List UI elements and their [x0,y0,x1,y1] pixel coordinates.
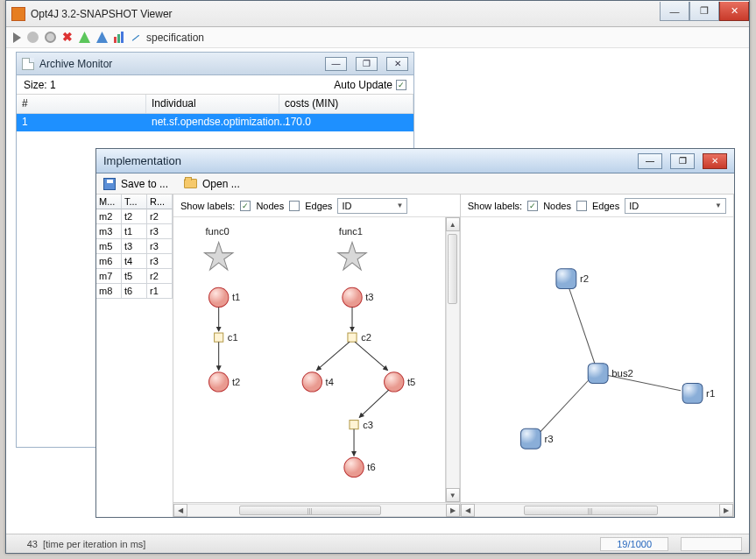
comm-node [215,333,223,342]
svg-text:t3: t3 [365,292,373,302]
svg-point-0 [209,287,229,307]
svg-point-15 [302,372,321,392]
id-select[interactable]: ID▼ [625,198,726,214]
archive-info-bar: Size: 1 Auto Update ✓ [17,75,413,95]
map-col-r[interactable]: R... [147,195,173,209]
iteration-time: 43 [13,539,38,549]
minimize-button[interactable]: — [660,2,689,21]
table-row[interactable]: m7t5r2 [96,269,173,284]
save-button[interactable]: Save to ... [121,178,168,190]
row-individual: net.sf.opendse.optimization... [146,114,279,131]
horizontal-scrollbar[interactable]: ◀▶ [173,502,460,517]
svg-text:r1: r1 [706,388,715,399]
mapping-table-header: M... T... R... [96,195,173,209]
impl-maximize-button[interactable]: ❐ [670,153,695,169]
resource-graph-panel: Show labels: ✓ Nodes Edges ID▼ [461,195,734,517]
id-select[interactable]: ID▼ [337,198,407,214]
close-button[interactable]: ✕ [719,2,749,21]
chevron-down-icon: ▼ [396,202,403,209]
svg-line-14 [355,342,388,371]
func0-label: func0 [205,226,229,237]
impl-minimize-button[interactable]: — [638,153,662,169]
task-node [302,372,321,392]
archive-close-button[interactable]: ✕ [386,57,408,71]
table-row[interactable]: 1 net.sf.opendse.optimization... 170.0 [17,114,413,131]
svg-rect-11 [348,333,357,342]
maximize-button[interactable]: ❐ [689,2,719,21]
svg-rect-28 [556,269,576,289]
task-node [209,372,229,392]
resource-node [556,269,576,289]
nodes-checkbox[interactable]: ✓ [240,201,251,211]
mapping-table: M... T... R... m2t2r2 m3t1r3 m5t3r3 m6t4… [96,195,173,517]
delete-icon[interactable]: ✖ [62,32,73,43]
table-row[interactable]: m3t1r3 [96,224,173,239]
table-row[interactable]: m5t3r3 [96,239,173,254]
svg-text:bus2: bus2 [611,368,633,379]
chart-icon[interactable] [114,32,124,43]
archive-size-label: Size: 1 [24,79,56,91]
specification-label[interactable]: specification [146,32,204,44]
map-col-m[interactable]: M... [96,195,122,209]
nodes-checkbox[interactable]: ✓ [527,201,538,211]
auto-update-label: Auto Update [334,79,392,91]
svg-rect-34 [520,428,541,449]
nodes-label: Nodes [543,201,571,211]
play-icon[interactable] [13,32,21,43]
task-graph-controls: Show labels: ✓ Nodes Edges ID▼ [173,195,460,217]
auto-update-checkbox[interactable]: ✓ [396,80,406,90]
resource-graph-canvas[interactable]: r2 bus2 r1 r3 [461,217,733,502]
user-blue-icon[interactable] [96,32,108,43]
resource-graph-controls: Show labels: ✓ Nodes Edges ID▼ [461,195,733,217]
table-row[interactable]: m6t4r3 [96,254,173,269]
star-icon [338,242,367,269]
svg-rect-20 [350,421,358,429]
svg-line-27 [538,378,590,434]
vertical-scrollbar[interactable]: ▲▼ [445,217,460,502]
user-green-icon[interactable] [79,32,90,43]
folder-icon [184,179,197,188]
row-cost: 170.0 [279,114,413,131]
task-graph-panel: Show labels: ✓ Nodes Edges ID▼ [173,195,461,517]
edges-label: Edges [592,201,619,211]
progress-counter: 19/1000 [600,537,668,551]
archive-table-header: # Individual costs (MIN) [17,95,413,114]
edges-checkbox[interactable] [289,201,300,211]
col-individual[interactable]: Individual [146,95,279,113]
stop-icon[interactable] [45,32,56,43]
comm-node [350,421,358,429]
archive-minimize-button[interactable]: — [325,57,347,71]
svg-point-23 [344,457,364,477]
map-col-t[interactable]: T... [122,195,147,209]
svg-line-13 [316,342,350,371]
archive-title: Archive Monitor [39,58,316,70]
status-bar: 43 [time per iteration in ms] 19/1000 [6,534,749,553]
func1-label: func1 [339,226,363,237]
archive-titlebar: Archive Monitor — ❐ ✕ [17,53,413,75]
svg-text:c3: c3 [363,420,373,430]
impl-close-button[interactable]: ✕ [703,153,727,169]
table-row[interactable]: m8t6r1 [96,284,173,299]
archive-maximize-button[interactable]: ❐ [356,57,378,71]
open-button[interactable]: Open ... [202,178,240,190]
app-window: Opt4J 3.2-SNAPSHOT Viewer — ❐ ✕ ✖ ⟋ spec… [5,0,750,554]
horizontal-scrollbar[interactable]: ◀▶ [461,502,733,517]
table-row[interactable]: m2t2r2 [96,209,173,224]
nodes-label: Nodes [256,201,284,211]
impl-toolbar: Save to ... Open ... [96,173,734,195]
impl-titlebar: Implementation — ❐ ✕ [96,149,734,173]
svg-text:t2: t2 [232,377,240,387]
specification-icon[interactable]: ⟋ [130,32,140,44]
svg-text:r2: r2 [580,273,589,284]
col-costs[interactable]: costs (MIN) [279,95,413,113]
task-node [344,457,364,477]
pause-icon[interactable] [27,32,39,43]
edges-checkbox[interactable] [576,201,587,211]
task-node [343,287,362,307]
svg-rect-30 [588,364,608,384]
svg-text:t1: t1 [232,292,240,302]
svg-text:c2: c2 [361,332,371,343]
task-graph-canvas[interactable]: func0 func1 t1 c1 t2 t3 [173,217,460,502]
svg-line-25 [568,285,595,364]
col-num[interactable]: # [17,95,146,113]
